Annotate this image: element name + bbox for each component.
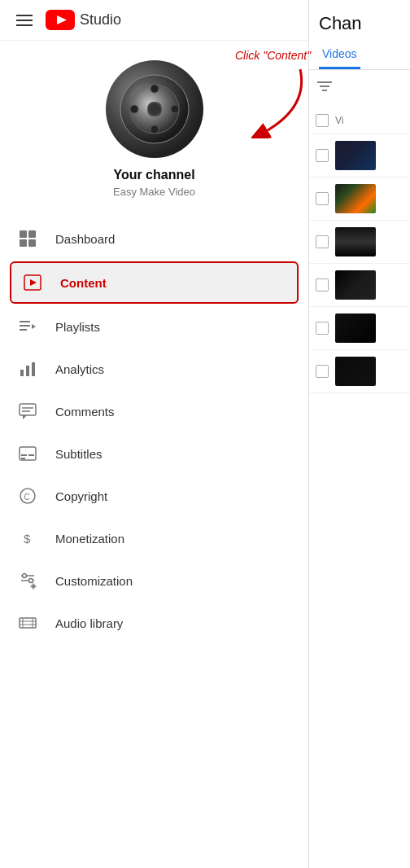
select-all-checkbox[interactable] [316,114,329,127]
video-thumbnail [335,313,376,343]
video-thumbnail [335,227,376,256]
audio-library-label: Audio library [55,616,123,630]
analytics-label: Analytics [55,362,104,376]
table-row [309,307,410,350]
sidebar-item-comments[interactable]: Comments [0,390,308,432]
sidebar-item-audio-library[interactable]: Audio library [0,602,308,644]
table-row [309,350,410,393]
tab-videos[interactable]: Videos [319,41,360,69]
subtitles-label: Subtitles [55,447,102,461]
tooltip-text: Click "Content" [235,49,311,62]
svg-point-36 [23,574,27,578]
svg-rect-11 [28,230,36,238]
video-list-header: Vi [309,107,410,134]
svg-point-6 [150,85,159,93]
subtitles-icon [16,442,39,465]
svg-point-9 [171,105,179,113]
row-checkbox[interactable] [316,235,329,248]
arrow-icon [251,65,316,138]
sidebar-item-analytics[interactable]: Analytics [0,348,308,390]
table-row [309,221,410,264]
filter-row [309,70,410,107]
svg-text:$: $ [24,532,31,546]
tabs-row: Videos [319,41,400,69]
svg-rect-10 [20,230,27,238]
content-label: Content [60,276,107,290]
content-icon [21,271,44,294]
row-checkbox[interactable] [316,149,329,162]
logo-area: Studio [46,10,121,30]
video-thumbnail [335,141,376,170]
svg-text:C: C [24,493,30,502]
sidebar-item-subtitles[interactable]: Subtitles [0,432,308,475]
channel-area: Click "Content" [0,41,308,211]
dashboard-icon [16,227,39,250]
svg-point-37 [29,579,33,583]
svg-rect-21 [26,366,29,376]
channel-handle: Easy Make Video [113,186,195,198]
table-row [309,264,410,307]
svg-marker-19 [32,324,36,329]
filter-icon[interactable] [316,78,334,99]
monetization-icon: $ [16,527,39,550]
video-list: Vi [309,107,410,868]
youtube-logo-icon [46,10,75,30]
playlists-icon [16,315,39,338]
row-checkbox[interactable] [316,322,329,335]
sidebar: Studio Click "Content" [0,0,309,868]
svg-point-8 [130,105,138,113]
svg-rect-13 [28,239,36,247]
svg-marker-15 [30,279,37,286]
comments-label: Comments [55,405,115,419]
sidebar-item-dashboard[interactable]: Dashboard [0,217,308,260]
channel-name: Your channel [113,168,194,182]
video-thumbnail [335,270,376,300]
svg-rect-20 [20,370,24,376]
nav-list: Dashboard Content Playlist [0,211,308,868]
video-thumbnail [335,357,376,386]
sidebar-item-copyright[interactable]: C Copyright [0,475,308,517]
table-row [309,178,410,221]
customization-icon [16,569,39,592]
sidebar-item-content[interactable]: Content [10,261,299,304]
analytics-icon [16,357,39,380]
right-panel: Chan Videos Vi [309,0,410,868]
dashboard-label: Dashboard [55,232,115,246]
film-reel-icon [118,72,191,146]
copyright-icon: C [16,484,39,507]
sidebar-item-playlists[interactable]: Playlists [0,305,308,348]
copyright-label: Copyright [55,489,107,503]
sidebar-item-monetization[interactable]: $ Monetization [0,517,308,559]
svg-rect-12 [20,239,27,247]
page-title: Chan [319,13,400,41]
video-thumbnail [335,184,376,213]
studio-label: Studio [80,11,121,28]
avatar [106,60,203,158]
table-row [309,134,410,178]
audio-library-icon [16,612,39,634]
svg-rect-23 [20,404,36,415]
row-checkbox[interactable] [316,365,329,378]
row-checkbox[interactable] [316,192,329,205]
row-checkbox[interactable] [316,278,329,292]
playlists-label: Playlists [55,320,100,334]
customization-label: Customization [55,574,133,588]
video-col-header: Vi [335,115,343,126]
svg-rect-22 [32,362,35,376]
right-header: Chan Videos [309,0,410,70]
tooltip-container: Click "Content" [235,49,316,138]
monetization-label: Monetization [55,532,124,546]
top-header: Studio [0,0,308,41]
comments-icon [16,400,39,423]
svg-rect-42 [20,618,36,628]
hamburger-icon[interactable] [13,11,36,29]
sidebar-item-customization[interactable]: Customization [0,559,308,602]
svg-marker-26 [23,415,27,419]
svg-point-7 [150,125,159,134]
